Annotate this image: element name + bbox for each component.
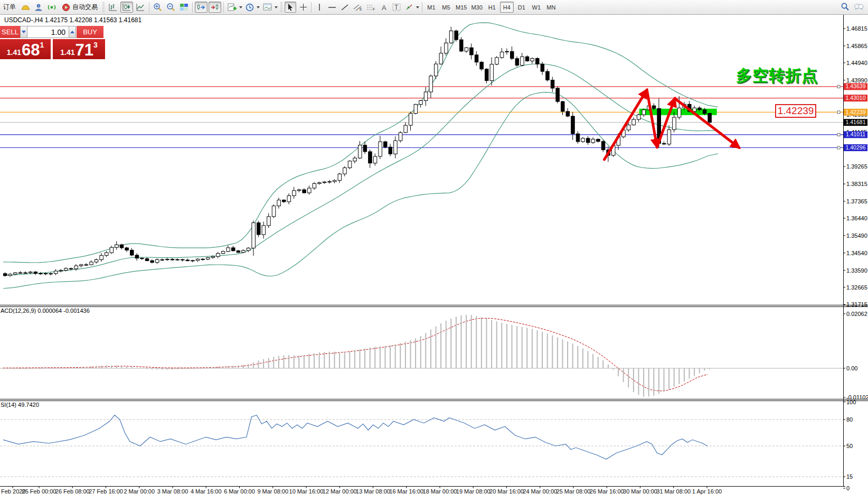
macd-pane xyxy=(0,318,843,391)
red-trend-arrows[interactable] xyxy=(605,90,739,160)
bar-chart-button[interactable] xyxy=(107,2,119,13)
time-tick-label: 2 Mar 00:00 xyxy=(124,488,155,495)
text-a-icon: A xyxy=(380,4,388,11)
fibonacci-button[interactable]: F xyxy=(365,2,377,13)
rsi-pane xyxy=(0,415,843,477)
add-indicator-button[interactable] xyxy=(226,2,238,13)
timeframe-button-H4[interactable]: H4 xyxy=(500,2,514,13)
price-axis[interactable]: 1.468151.458651.449401.439901.430401.420… xyxy=(843,25,867,308)
price-tick-label: 1.44940 xyxy=(846,60,867,66)
periods-caret[interactable] xyxy=(257,6,260,8)
auto-scroll-button[interactable] xyxy=(195,2,207,13)
trend-arrow-segment[interactable] xyxy=(675,98,739,147)
add-indicator-caret[interactable] xyxy=(239,6,242,8)
templates-caret[interactable] xyxy=(275,6,278,8)
candlestick-chart-button[interactable] xyxy=(120,2,133,13)
timeframe-button-W1[interactable]: W1 xyxy=(530,2,543,13)
toolbar-separator xyxy=(192,2,193,13)
line-handle[interactable] xyxy=(837,111,840,114)
timeframe-button-H1[interactable]: H1 xyxy=(485,2,499,13)
zoom-in-button[interactable] xyxy=(152,2,164,13)
svg-text:T: T xyxy=(394,4,399,11)
cursor-icon xyxy=(287,3,294,11)
chat-button[interactable] xyxy=(852,1,865,12)
timeframe-button-M1[interactable]: M1 xyxy=(424,2,438,13)
timeframe-button-D1[interactable]: D1 xyxy=(515,2,529,13)
gold-button[interactable] xyxy=(20,2,32,13)
zoom-out-button[interactable] xyxy=(165,2,177,13)
crosshair-button[interactable] xyxy=(297,2,309,13)
line-chart-button[interactable] xyxy=(134,2,147,13)
volume-input[interactable] xyxy=(27,26,69,38)
time-tick-label: 12 Mar 00:00 xyxy=(323,488,357,495)
price-callout-label[interactable]: 1.42239 xyxy=(775,104,816,118)
trend-arrow-segment[interactable] xyxy=(647,90,657,147)
arrows-tool-icon xyxy=(405,3,413,11)
macd-tick-label: 0.02062 xyxy=(846,311,867,317)
time-tick-label: 26 Mar 16:00 xyxy=(590,488,624,495)
time-tick-label: 1 Apr 16:00 xyxy=(692,488,722,495)
buy-button[interactable]: BUY xyxy=(77,26,103,38)
line-handle[interactable] xyxy=(837,85,840,88)
horizontal-line-button[interactable] xyxy=(326,2,338,13)
vertical-line-button[interactable] xyxy=(314,2,325,13)
rsi-tick-label: 80 xyxy=(846,416,853,423)
toolbar-separator xyxy=(149,2,149,13)
rsi-indicator-label: SI(14) 49.7420 xyxy=(1,402,39,408)
timeframe-button-M30[interactable]: M30 xyxy=(469,2,484,13)
buy-price-display[interactable]: 1.41 71 3 xyxy=(53,39,105,59)
svg-text:E: E xyxy=(360,7,362,11)
gold-ingot-icon xyxy=(21,3,30,11)
rsi-tick-label: 15 xyxy=(846,473,853,480)
trend-arrow-segment[interactable] xyxy=(605,90,647,160)
timeframe-button-MN[interactable]: MN xyxy=(544,2,558,13)
new-order-button[interactable]: 订单 xyxy=(1,2,18,13)
auto-trading-button[interactable]: 自动交易 xyxy=(59,2,100,13)
macd-tick-label: 0.00 xyxy=(846,365,857,371)
signals-button[interactable] xyxy=(45,2,58,13)
sell-button[interactable]: SELL xyxy=(0,26,20,38)
periods-button[interactable] xyxy=(244,2,256,13)
channel-icon: E xyxy=(353,4,362,11)
line-handle[interactable] xyxy=(837,146,840,149)
time-axis[interactable]: Feb 202025 Feb 00:0026 Feb 08:0027 Feb 1… xyxy=(1,487,722,495)
time-tick-label: 6 Mar 00:00 xyxy=(224,488,255,495)
chat-bubbles-icon xyxy=(854,3,864,11)
price-tick-label: 1.34540 xyxy=(846,250,867,256)
auto-trading-label: 自动交易 xyxy=(72,3,98,12)
chart-shift-button[interactable] xyxy=(209,2,221,13)
signal-icon xyxy=(47,3,56,12)
equidistant-channel-button[interactable]: E xyxy=(352,2,364,13)
auto-scroll-icon xyxy=(196,3,206,12)
arrows-tool-button[interactable] xyxy=(403,2,415,13)
vertical-line-icon xyxy=(316,3,323,11)
horizontal-level-lines[interactable] xyxy=(0,87,843,148)
toolbar-grip xyxy=(280,2,282,13)
time-tick-label: 19 Mar 08:00 xyxy=(456,488,490,495)
turning-point-annotation[interactable]: 多空转折点 xyxy=(736,65,818,87)
sell-price-display[interactable]: 1.41 68 1 xyxy=(0,39,51,59)
text-label-icon: T xyxy=(392,3,401,11)
price-tick-label: 1.31715 xyxy=(846,301,867,308)
time-tick-label: 9 Mar 08:00 xyxy=(257,488,288,495)
search-button[interactable] xyxy=(839,1,851,12)
cursor-button[interactable] xyxy=(285,2,296,13)
trendline-button[interactable] xyxy=(339,2,351,13)
community-button[interactable] xyxy=(33,2,44,13)
timeframe-button-M5[interactable]: M5 xyxy=(439,2,453,13)
rsi-tick-label: 50 xyxy=(846,443,853,449)
templates-button[interactable] xyxy=(261,2,273,13)
arrows-tool-caret[interactable] xyxy=(416,6,419,8)
time-tick-label: 4 Mar 16:00 xyxy=(191,488,222,495)
text-label-button[interactable]: T xyxy=(391,2,402,13)
tile-windows-icon xyxy=(180,3,188,11)
volume-down-button[interactable] xyxy=(20,26,27,38)
tile-windows-button[interactable] xyxy=(178,2,190,13)
rsi-line xyxy=(3,415,707,459)
time-tick-label: 10 Mar 16:00 xyxy=(289,488,324,495)
volume-up-button[interactable] xyxy=(69,26,76,38)
text-button[interactable]: A xyxy=(378,2,390,13)
candlestick-series xyxy=(4,27,712,277)
line-handle[interactable] xyxy=(837,133,840,136)
timeframe-button-M15[interactable]: M15 xyxy=(454,2,468,13)
